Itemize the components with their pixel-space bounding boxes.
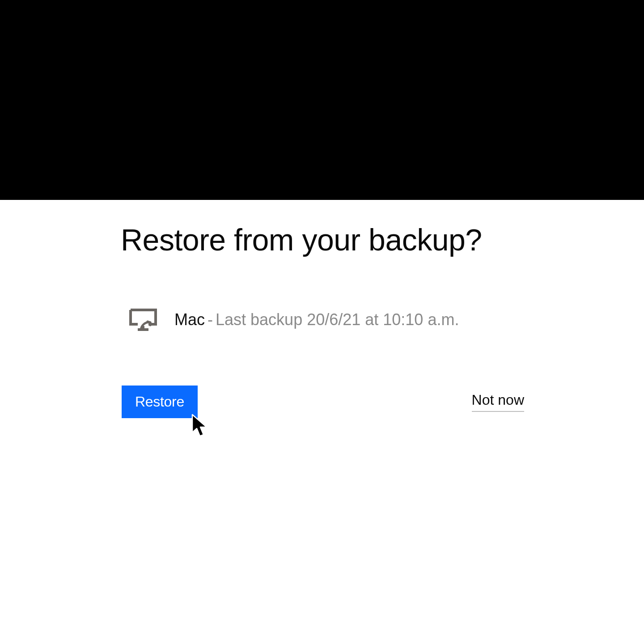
- button-row: Restore Not now: [122, 386, 524, 418]
- backup-timestamp: Last backup 20/6/21 at 10:10 a.m.: [216, 310, 459, 329]
- dialog-title: Restore from your backup?: [121, 222, 482, 257]
- top-black-bar: [0, 0, 644, 200]
- monitor-upload-icon: [128, 307, 158, 332]
- backup-entry: Mac - Last backup 20/6/21 at 10:10 a.m.: [128, 307, 459, 332]
- device-name: Mac: [174, 310, 205, 329]
- separator-text: -: [208, 310, 213, 329]
- not-now-link[interactable]: Not now: [472, 392, 524, 412]
- restore-button[interactable]: Restore: [122, 386, 198, 418]
- dialog-content: Restore from your backup? Mac - Last bac…: [0, 200, 644, 644]
